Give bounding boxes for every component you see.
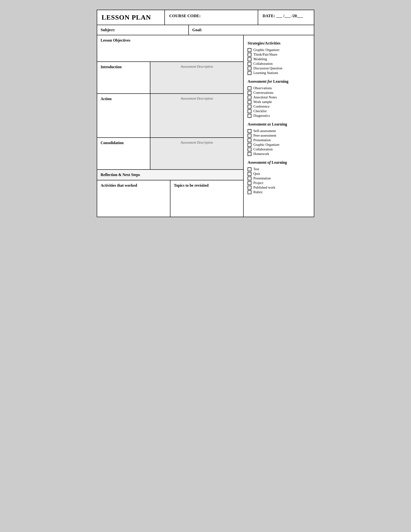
activities-cell: Activities that worked [97,180,170,217]
checkbox-item: Test [248,167,310,171]
action-row: Action Assessment Description [97,94,243,138]
checkbox-item: Anecdotal Notes [248,95,310,99]
checkbox-item: Homework [248,152,310,156]
assessment-of-items: TestQuizPresentationProjectPublished wor… [248,167,310,195]
introduction-assessment-cell: Assessment Description [150,62,243,93]
checkbox-label: Project [253,181,263,185]
consolidation-label-cell: Consolidation [97,138,150,169]
course-code-label: COURSE CODE: [169,14,201,18]
checkbox-item: Rubric [248,190,310,194]
reflection-row: Reflection & Next Steps [97,170,243,180]
checkbox-box[interactable] [248,48,252,52]
checkbox-item: Peer-assessment [248,133,310,138]
date-cell: DATE: ___ /___ /20___ [258,10,314,25]
lesson-objectives-section: Lesson Objectives [97,35,243,62]
checkbox-item: Discussion Question [248,66,310,70]
checkbox-box[interactable] [248,53,252,57]
checkbox-box[interactable] [248,91,252,95]
checkbox-label: Test [253,167,259,171]
checkbox-label: Collaboration [253,147,273,151]
checkbox-box[interactable] [248,177,252,180]
checkbox-box[interactable] [248,86,252,90]
checkbox-box[interactable] [248,143,252,147]
goal-cell: Goal: [189,25,314,35]
checkbox-label: Published work [253,185,275,190]
consolidation-assessment-cell: Assessment Description [150,138,243,169]
checkbox-item: Collaboration [248,62,310,66]
checkbox-label: Work sample [253,100,272,104]
checkbox-item: Presentation [248,176,310,180]
checkbox-box[interactable] [248,148,252,151]
assessment-for-items: ObservationsConversationsAnecdotal Notes… [248,86,310,118]
checkbox-box[interactable] [248,57,252,61]
checkbox-label: Graphic Organizer [253,143,280,147]
checkbox-box[interactable] [248,109,252,113]
assessment-as-prefix: Assessment [248,122,267,126]
checkbox-label: Learning Stations [253,71,278,75]
checkbox-item: Quiz [248,172,310,176]
consolidation-row: Consolidation Assessment Description [97,138,243,170]
right-column: Strategies/Activities Graphic OrganizerT… [244,35,314,217]
checkbox-box[interactable] [248,105,252,109]
checkbox-box[interactable] [248,100,252,104]
checkbox-label: Collaboration [253,62,273,66]
strategies-items: Graphic OrganizerThink/Pair/ShareModelin… [248,48,310,76]
checkbox-item: Observations [248,86,310,90]
topics-label: Topics to be revisited [174,183,209,187]
checkbox-label: Conversations [253,91,273,95]
checkbox-item: Modeling [248,57,310,61]
checkbox-box[interactable] [248,95,252,99]
checkbox-box[interactable] [248,114,252,118]
checkbox-label: Think/Pair/Share [253,52,277,57]
checkbox-item: Project [248,181,310,185]
lesson-plan-title: LESSON PLAN [102,14,151,21]
checkbox-item: Collaboration [248,147,310,151]
topics-cell: Topics to be revisited [170,180,243,217]
checkbox-label: Rubric [253,190,263,194]
subject-label: Subject: [101,28,115,32]
checkbox-box[interactable] [248,138,252,142]
assessment-of-italic: of [267,160,271,164]
assessment-of-prefix: Assessment [248,160,267,164]
main-body: Lesson Objectives Introduction Assessmen… [97,35,314,217]
checkbox-box[interactable] [248,62,252,66]
checkbox-box[interactable] [248,181,252,185]
assessment-for-suffix: Learning [272,79,289,83]
checkbox-item: Conversations [248,91,310,95]
left-column: Lesson Objectives Introduction Assessmen… [97,35,244,217]
assessment-as-heading: Assessment as Learning [248,122,310,126]
checkbox-box[interactable] [248,167,252,171]
activities-label: Activities that worked [101,183,137,187]
lesson-objectives-label: Lesson Objectives [101,38,130,42]
checkbox-item: Conference [248,104,310,109]
action-assessment-desc: Assessment Description [181,97,213,101]
checkbox-box[interactable] [248,152,252,156]
strategies-heading: Strategies/Activities [248,41,310,46]
introduction-label: Introduction [101,65,121,69]
checkbox-item: Work sample [248,100,310,104]
checkbox-item: Graphic Organizer [248,143,310,147]
checkbox-label: Modeling [253,57,267,61]
checkbox-box[interactable] [248,134,252,138]
checkbox-box[interactable] [248,129,252,133]
assessment-for-prefix: Assessment [248,79,267,83]
checkbox-label: Observations [253,86,272,90]
introduction-label-cell: Introduction [97,62,150,93]
checkbox-item: Self-assessment [248,129,310,133]
checkbox-label: Checklist [253,109,267,113]
checkbox-box[interactable] [248,66,252,70]
reflection-label: Reflection & Next Steps [101,173,140,177]
checkbox-box[interactable] [248,172,252,176]
header-row: LESSON PLAN COURSE CODE: DATE: ___ /___ … [97,10,314,25]
checkbox-box[interactable] [248,186,252,190]
checkbox-box[interactable] [248,71,252,75]
checkbox-label: Presentation [253,138,271,142]
checkbox-item: Learning Stations [248,71,310,75]
consolidation-label: Consolidation [101,141,123,145]
goal-label: Goal: [192,28,202,32]
checkbox-label: Self-assessment [253,129,276,133]
consolidation-assessment-desc: Assessment Description [181,141,213,145]
lesson-plan-title-cell: LESSON PLAN [97,10,165,25]
checkbox-label: Discussion Question [253,66,282,70]
checkbox-box[interactable] [248,190,252,194]
